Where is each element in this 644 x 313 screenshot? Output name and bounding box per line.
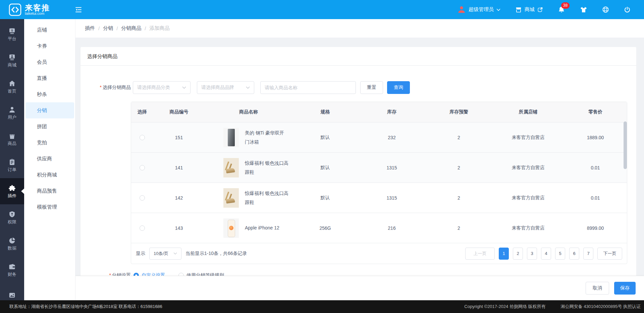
column-header: 库存预警 (425, 109, 492, 115)
page-button-3[interactable]: 3 (527, 248, 537, 260)
column-header: 选择 (131, 109, 153, 115)
sidebar-item-label: 商品 (8, 141, 16, 146)
sidebar-item-plugins[interactable]: 插件 (0, 178, 24, 204)
mall-link[interactable]: 商城 (515, 6, 543, 13)
row-select-radio[interactable] (140, 165, 145, 170)
row-select-radio[interactable] (140, 195, 145, 201)
user-icon (8, 106, 16, 113)
brand-logo-icon (9, 3, 21, 16)
row-select-radio[interactable] (140, 135, 145, 140)
query-button[interactable]: 查询 (387, 81, 410, 94)
breadcrumb-item[interactable]: 插件 (85, 25, 95, 32)
form-label: *选择分销商品 (80, 85, 131, 91)
submenu-item-live[interactable]: 直播 (25, 70, 74, 86)
option-level-rules[interactable]: 使用分销等级规则 (178, 272, 224, 276)
heels-image (223, 188, 239, 208)
mall-icon (8, 54, 16, 61)
submenu-item-supplier[interactable]: 供应商 (25, 151, 74, 167)
submenu-item-presale[interactable]: 商品预售 (25, 183, 74, 199)
reset-button[interactable]: 重置 (360, 81, 383, 94)
page-button-7[interactable]: 7 (583, 248, 593, 260)
goods-stock-warning: 2 (425, 135, 492, 140)
page-size-select[interactable]: 10条/页 (149, 248, 181, 260)
card-title: 选择分销商品 (80, 47, 636, 66)
sidebar-item-platform[interactable]: S平台 (0, 21, 24, 47)
breadcrumb-item[interactable]: 分销 (103, 25, 113, 32)
goods-stock-warning: 2 (425, 195, 492, 201)
radio-icon[interactable] (178, 273, 184, 276)
next-page-button[interactable]: 下一页 (597, 248, 622, 260)
setting-label: *分销设置 (80, 272, 131, 276)
goods-store: 来客官方自营店 (492, 225, 564, 231)
logout-button[interactable] (624, 6, 631, 13)
submenu-item-distribution[interactable]: 分销 (25, 102, 74, 118)
sidebar-item-orders[interactable]: 订单 (0, 152, 24, 178)
tshirt-icon (580, 6, 587, 13)
sidebar-item-label: 财务 (8, 272, 16, 276)
chevron-down-icon (246, 86, 250, 89)
sidebar-item-home[interactable]: 首页 (0, 73, 24, 100)
pagination-bar: 显示 10条/页 当前显示1-10条，共66条记录 上一页 1234567 下一… (131, 243, 627, 264)
goods-spec: 默认 (292, 135, 358, 141)
finance-icon (8, 263, 16, 270)
goods-filter-form: *选择分销商品 请选择商品分类 请选择商品品牌 重置 查询 (80, 81, 636, 94)
page-button-5[interactable]: 5 (555, 248, 565, 260)
sidebar-item-mall[interactable]: 商城 (0, 47, 24, 73)
sidebar-item-media[interactable] (0, 283, 24, 300)
table-header-row: 选择商品编号商品名称规格库存库存预警所属店铺零售价 (131, 102, 627, 122)
brand-select-placeholder: 请选择商品品牌 (201, 85, 234, 91)
data-icon (8, 237, 16, 244)
prev-page-button[interactable]: 上一页 (465, 248, 495, 260)
submenu-item-groupbuy[interactable]: 拼团 (25, 118, 74, 135)
radio-selected-icon[interactable] (133, 273, 139, 276)
submenu-item-shop[interactable]: 店铺 (25, 22, 74, 38)
select-distribution-goods-card: 选择分销商品 *选择分销商品 请选择商品分类 请选择商品品牌 重置 查询 选择商… (80, 47, 636, 276)
submenu-item-member[interactable]: 会员 (25, 54, 74, 70)
notifications-button[interactable]: 38 (558, 6, 565, 13)
submenu-item-auction[interactable]: 竞拍 (25, 135, 74, 151)
sidebar-item-finance[interactable]: 财务 (0, 257, 24, 283)
cancel-button[interactable]: 取消 (586, 282, 609, 295)
submenu-item-template[interactable]: 模板管理 (25, 199, 74, 215)
goods-id: 143 (153, 225, 205, 231)
power-icon (624, 6, 631, 13)
table-row: 143Apple iPhone 12256G2162来客官方自营店8999.00 (131, 213, 627, 243)
save-button[interactable]: 保存 (614, 282, 636, 295)
brand-select[interactable]: 请选择商品品牌 (197, 81, 254, 94)
page-button-2[interactable]: 2 (513, 248, 523, 260)
submenu-item-seckill[interactable]: 秒杀 (25, 86, 74, 102)
goods-store: 来客官方自营店 (492, 165, 564, 171)
goods-name-input[interactable] (260, 81, 356, 94)
table-scrollbar-thumb[interactable] (624, 121, 627, 169)
sidebar-item-permissions[interactable]: 权限 (0, 204, 24, 230)
category-select[interactable]: 请选择商品分类 (133, 81, 191, 94)
theme-button[interactable] (580, 6, 587, 13)
sidebar-item-goods[interactable]: 商品 (0, 126, 24, 152)
page-button-6[interactable]: 6 (569, 248, 579, 260)
row-select-radio[interactable] (140, 225, 145, 231)
sidebar-item-label: 权限 (8, 220, 16, 224)
submenu-item-points-mall[interactable]: 积分商城 (25, 167, 74, 183)
sidebar-item-data[interactable]: 数据 (0, 230, 24, 257)
goods-stock: 216 (358, 225, 425, 231)
sidebar-item-label: 数据 (8, 246, 16, 250)
user-menu[interactable]: 超级管理员 (457, 5, 500, 14)
submenu-item-coupon[interactable]: 卡券 (25, 38, 74, 54)
language-button[interactable] (602, 6, 609, 13)
collapse-menu-icon[interactable] (74, 5, 83, 14)
page-button-4[interactable]: 4 (541, 248, 551, 260)
breadcrumb-item[interactable]: 分销商品 (121, 25, 141, 32)
breadcrumb-item: 添加商品 (150, 25, 170, 32)
page-size-value: 10条/页 (154, 251, 168, 257)
fridge-image (223, 128, 239, 147)
column-header: 规格 (292, 109, 358, 115)
brand-logo[interactable]: 来客推 laiketui.com (9, 3, 50, 16)
goods-price: 8999.00 (564, 225, 627, 231)
option-custom-setting[interactable]: 自定义设置 (133, 272, 165, 276)
security-record-text: 湘公网安备 43010402000895号 执照认证 (561, 304, 641, 310)
page-button-1[interactable]: 1 (499, 248, 509, 260)
sidebar-item-label: 首页 (8, 89, 16, 93)
breadcrumb-separator: / (145, 25, 146, 31)
notification-badge: 38 (561, 2, 570, 9)
sidebar-item-users[interactable]: 用户 (0, 100, 24, 126)
